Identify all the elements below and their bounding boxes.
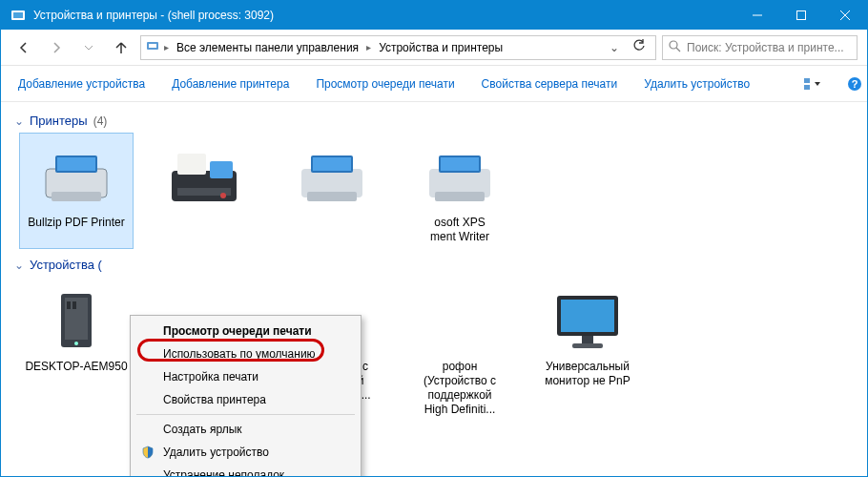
item-label: рофон(Устройство споддержкойHigh Definit…: [407, 360, 512, 417]
chevron-down-icon: ⌄: [14, 114, 24, 128]
shield-icon: [140, 445, 155, 460]
printer-item-bullzip[interactable]: Bullzip PDF Printer: [20, 134, 133, 248]
svg-rect-27: [307, 192, 357, 201]
item-label: osoft XPSment Writer: [407, 216, 512, 244]
search-icon: [669, 40, 681, 55]
svg-rect-39: [582, 336, 593, 343]
context-menu: Просмотр очереди печати Использовать по …: [130, 315, 362, 477]
breadcrumb-root[interactable]: Все элементы панели управления: [173, 39, 362, 56]
svg-rect-18: [52, 192, 101, 201]
item-label: [279, 216, 384, 230]
fax-icon: [160, 139, 248, 214]
device-item-monitor[interactable]: Универсальныймонитор не PnP: [531, 278, 644, 421]
menu-label: Удалить устройство: [163, 446, 269, 459]
svg-point-34: [74, 342, 78, 345]
svg-rect-26: [313, 157, 351, 171]
group-header-printers[interactable]: ⌄ Принтеры (4): [14, 114, 854, 128]
printer-item-3[interactable]: [276, 134, 388, 248]
svg-rect-36: [72, 301, 76, 309]
svg-rect-21: [210, 161, 233, 178]
svg-rect-7: [149, 44, 156, 48]
minimize-button[interactable]: [735, 1, 779, 30]
monitor-icon: [544, 283, 631, 358]
refresh-button[interactable]: [627, 39, 651, 55]
group-name: Принтеры: [30, 114, 88, 128]
item-label: Bullzip PDF Printer: [24, 216, 129, 230]
menu-set-default[interactable]: Использовать по умолчанию: [133, 342, 359, 365]
view-queue-button[interactable]: Просмотр очереди печати: [316, 77, 454, 91]
svg-line-9: [676, 48, 680, 52]
command-bar: Добавление устройства Добавление принтер…: [1, 66, 867, 102]
add-printer-button[interactable]: Добавление принтера: [172, 77, 289, 91]
item-label: Универсальныймонитор не PnP: [535, 360, 640, 388]
svg-rect-1: [13, 12, 23, 18]
up-button[interactable]: [108, 34, 134, 61]
help-button[interactable]: ?: [847, 73, 862, 94]
svg-point-8: [670, 41, 677, 49]
printer-item-xps[interactable]: osoft XPSment Writer: [403, 134, 516, 248]
breadcrumb-current[interactable]: Устройства и принтеры: [375, 39, 506, 56]
svg-rect-30: [441, 157, 479, 171]
window-title: Устройства и принтеры - (shell process: …: [33, 9, 735, 22]
title-bar: Устройства и принтеры - (shell process: …: [1, 1, 867, 30]
svg-rect-38: [561, 300, 614, 332]
svg-rect-17: [57, 157, 95, 171]
maximize-button[interactable]: [779, 1, 823, 30]
svg-rect-20: [177, 154, 206, 175]
printer-icon: [32, 139, 120, 214]
history-dropdown[interactable]: [75, 34, 102, 61]
menu-troubleshoot[interactable]: Устранение неполадок: [133, 464, 359, 477]
address-dropdown[interactable]: ⌄: [604, 41, 625, 54]
printer-item-fax[interactable]: [148, 134, 260, 248]
remove-device-button[interactable]: Удалить устройство: [644, 77, 750, 91]
search-box[interactable]: Поиск: Устройства и принте...: [662, 35, 858, 60]
menu-view-queue[interactable]: Просмотр очереди печати: [133, 320, 359, 342]
svg-rect-35: [67, 301, 71, 309]
printer-icon: [416, 139, 504, 214]
computer-icon: [32, 283, 120, 358]
svg-text:?: ?: [852, 78, 858, 90]
svg-rect-3: [797, 11, 806, 20]
device-item-microphone[interactable]: рофон(Устройство споддержкойHigh Definit…: [403, 278, 516, 421]
menu-separator: [136, 414, 355, 415]
printer-icon: [288, 139, 376, 214]
address-bar[interactable]: ▸ Все элементы панели управления ▸ Устро…: [140, 35, 656, 60]
printers-grid: Bullzip PDF Printer osoft XPSment Writer: [20, 134, 854, 248]
svg-rect-31: [435, 192, 485, 201]
view-options-button[interactable]: [803, 73, 820, 94]
item-label: DESKTOP-AEM950: [24, 360, 129, 374]
menu-printer-props[interactable]: Свойства принтера: [133, 388, 359, 411]
search-placeholder: Поиск: Устройства и принте...: [687, 41, 844, 54]
chevron-right-icon[interactable]: ▸: [366, 42, 371, 52]
menu-create-shortcut[interactable]: Создать ярлык: [133, 418, 359, 441]
menu-print-prefs[interactable]: Настройка печати: [133, 365, 359, 388]
content-area: ⌄ Принтеры (4) Bullzip PDF Printer: [1, 102, 867, 477]
svg-point-23: [220, 193, 226, 198]
close-button[interactable]: [823, 1, 867, 30]
menu-remove-device[interactable]: Удалить устройство: [133, 441, 359, 464]
group-name: Устройства (: [30, 258, 102, 272]
devices-printers-icon: [145, 38, 160, 56]
chevron-down-icon: ⌄: [14, 259, 24, 272]
group-count: (4): [93, 114, 108, 128]
add-device-button[interactable]: Добавление устройства: [18, 77, 145, 91]
window-icon: [10, 8, 26, 23]
server-properties-button[interactable]: Свойства сервера печати: [482, 77, 618, 91]
item-label: [152, 216, 257, 230]
forward-button[interactable]: [43, 34, 70, 61]
device-item-desktop[interactable]: DESKTOP-AEM950: [20, 278, 133, 421]
svg-rect-11: [804, 85, 810, 90]
nav-row: ▸ Все элементы панели управления ▸ Устро…: [1, 30, 867, 66]
svg-rect-40: [572, 343, 603, 348]
svg-rect-10: [804, 78, 810, 83]
back-button[interactable]: [10, 34, 37, 61]
chevron-right-icon[interactable]: ▸: [164, 42, 169, 52]
group-header-devices[interactable]: ⌄ Устройства (: [14, 258, 854, 272]
